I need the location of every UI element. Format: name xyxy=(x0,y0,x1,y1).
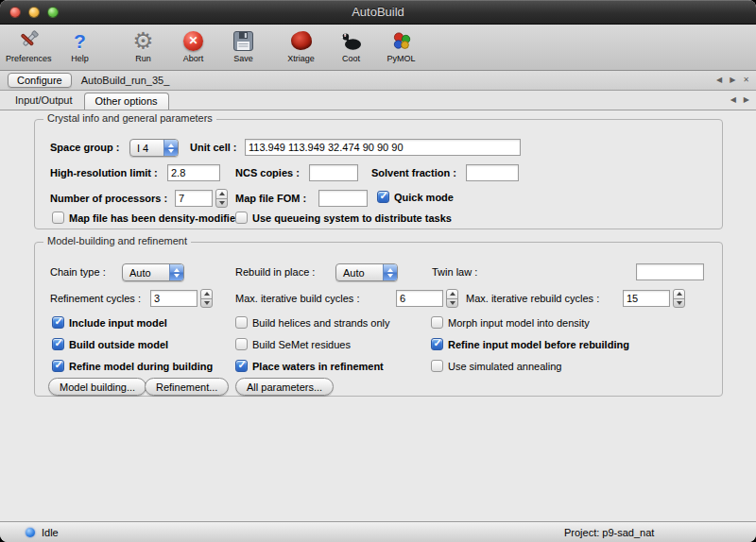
checkbox-box xyxy=(431,338,443,350)
toolbar-label: Xtriage xyxy=(287,54,315,63)
help-icon: ? xyxy=(67,27,93,54)
checkbox-label: Quick mode xyxy=(394,192,454,203)
checkbox-simulated-annealing[interactable]: Use simulated annealing xyxy=(431,360,561,372)
map-fom-label: Map file FOM : xyxy=(235,193,306,205)
checkbox-box xyxy=(52,360,64,372)
window-title: AutoBuild xyxy=(0,5,756,19)
space-group-label: Space group : xyxy=(50,142,119,154)
unit-cell-input[interactable] xyxy=(245,139,521,156)
toolbar-button-run[interactable]: ⚙ Run xyxy=(122,27,165,63)
coot-bird-icon xyxy=(338,27,364,54)
checkbox-box xyxy=(431,360,443,372)
refinement-cycles-input[interactable] xyxy=(150,290,198,307)
refinement-cycles-stepper[interactable] xyxy=(200,289,213,308)
sub-tab-nav: ◀ ▶ xyxy=(730,91,749,110)
toolbar-button-pymol[interactable]: PyMOL xyxy=(380,27,423,63)
checkbox-build-outside-model[interactable]: Build outside model xyxy=(52,338,168,350)
checkbox-label: Morph input model into density xyxy=(448,317,590,329)
main-tab-bar: Configure AutoBuild_run_35_ ◀ ▶ ✕ xyxy=(0,71,756,91)
checkbox-refine-during-building[interactable]: Refine model during building xyxy=(52,360,213,372)
toolbar-button-coot[interactable]: Coot xyxy=(330,27,373,63)
rebuild-cycles-stepper[interactable] xyxy=(673,289,685,308)
unit-cell-label: Unit cell : xyxy=(190,142,237,154)
tab-autobuild-run-35[interactable]: AutoBuild_run_35_ xyxy=(72,73,180,88)
checkbox-density-modified[interactable]: Map file has been density-modified xyxy=(52,212,242,224)
refinement-cycles-label: Refinement cycles : xyxy=(50,293,141,305)
gear-glyph: ⚙ xyxy=(132,29,153,53)
chain-type-select[interactable]: Auto xyxy=(122,263,184,281)
processors-label: Number of processors : xyxy=(50,193,167,205)
main-tab-nav: ◀ ▶ ✕ xyxy=(716,71,749,90)
tab-other-options[interactable]: Other options xyxy=(84,93,169,110)
save-floppy-icon xyxy=(231,27,256,54)
map-fom-input[interactable] xyxy=(318,190,368,207)
abort-icon: ✕ xyxy=(180,27,206,54)
space-group-select[interactable]: I 4 xyxy=(129,139,179,157)
tab-input-output[interactable]: Input/Output xyxy=(4,93,84,108)
selected-value: I 4 xyxy=(130,140,163,156)
checkbox-build-semet[interactable]: Build SeMet residues xyxy=(235,338,351,350)
toolbar-button-help[interactable]: ? Help xyxy=(59,27,102,63)
subtab-next-icon[interactable]: ▶ xyxy=(744,96,749,104)
high-res-label: High-resolution limit : xyxy=(50,167,158,179)
build-cycles-label: Max. iterative build cycles : xyxy=(235,293,359,305)
close-button[interactable] xyxy=(9,7,21,18)
pymol-icon xyxy=(388,27,414,54)
rebuild-cycles-label: Max. iterative rebuild cycles : xyxy=(466,293,599,305)
toolbar-label: Coot xyxy=(342,54,360,63)
toolbar-label: Run xyxy=(135,54,151,63)
tab-next-icon[interactable]: ▶ xyxy=(730,76,735,84)
popup-arrows-icon xyxy=(383,264,397,280)
rebuild-in-place-select[interactable]: Auto xyxy=(335,263,398,281)
rebuild-cycles-input[interactable] xyxy=(623,290,670,307)
checkbox-quick-mode[interactable]: Quick mode xyxy=(377,191,454,203)
toolbar-button-save[interactable]: Save xyxy=(222,27,266,63)
selected-value: Auto xyxy=(123,264,169,280)
build-cycles-input[interactable] xyxy=(396,290,443,307)
toolbar-button-abort[interactable]: ✕ Abort xyxy=(172,27,215,63)
zoom-button[interactable] xyxy=(47,7,59,18)
checkbox-box xyxy=(235,212,248,224)
minimize-button[interactable] xyxy=(28,7,40,18)
processors-input[interactable] xyxy=(175,190,213,207)
solvent-fraction-label: Solvent fraction : xyxy=(371,167,456,179)
toolbar-button-preferences[interactable]: Preferences xyxy=(6,27,52,63)
chain-type-label: Chain type : xyxy=(50,266,106,279)
toolbar-button-xtriage[interactable]: Xtriage xyxy=(280,27,323,63)
model-building-button[interactable]: Model building... xyxy=(48,378,146,396)
titlebar[interactable]: AutoBuild xyxy=(0,0,756,25)
checkbox-place-waters[interactable]: Place waters in refinement xyxy=(235,360,384,372)
checkbox-include-input-model[interactable]: Include input model xyxy=(52,316,167,329)
tab-configure[interactable]: Configure xyxy=(8,73,72,88)
checkbox-morph-input-model[interactable]: Morph input model into density xyxy=(431,316,590,329)
checkbox-build-helices-strands[interactable]: Build helices and strands only xyxy=(235,316,390,329)
tab-close-icon[interactable]: ✕ xyxy=(743,76,749,84)
tab-prev-icon[interactable]: ◀ xyxy=(716,76,722,84)
twin-law-input[interactable] xyxy=(636,263,704,280)
status-text: Idle xyxy=(42,527,59,538)
checkbox-box xyxy=(235,360,248,372)
refinement-button[interactable]: Refinement... xyxy=(145,378,229,396)
status-bar: Idle Project: p9-sad_nat xyxy=(0,521,756,542)
checkbox-box xyxy=(377,191,389,203)
traffic-lights xyxy=(9,7,59,18)
popup-arrows-icon xyxy=(169,264,183,280)
crystal-info-group: Crystal info and general parameters Spac… xyxy=(34,119,723,229)
all-parameters-button[interactable]: All parameters... xyxy=(235,378,334,396)
checkbox-refine-before-rebuilding[interactable]: Refine input model before rebuilding xyxy=(431,338,629,350)
high-res-input[interactable] xyxy=(167,164,220,181)
solvent-fraction-input[interactable] xyxy=(466,164,519,181)
toolbar-label: PyMOL xyxy=(387,54,416,63)
xtriage-icon xyxy=(288,27,314,54)
subtab-prev-icon[interactable]: ◀ xyxy=(730,96,736,104)
build-cycles-stepper[interactable] xyxy=(446,289,458,308)
checkbox-queueing-system[interactable]: Use queueing system to distribute tasks xyxy=(235,212,452,224)
checkbox-label: Use simulated annealing xyxy=(448,361,561,372)
processors-stepper[interactable] xyxy=(215,189,228,208)
checkbox-label: Build SeMet residues xyxy=(252,339,351,350)
checkbox-box xyxy=(52,338,64,350)
checkbox-box xyxy=(52,212,64,224)
project-label: Project: p9-sad_nat xyxy=(564,527,654,538)
ncs-copies-input[interactable] xyxy=(309,164,358,181)
toolbar-label: Help xyxy=(71,54,89,63)
